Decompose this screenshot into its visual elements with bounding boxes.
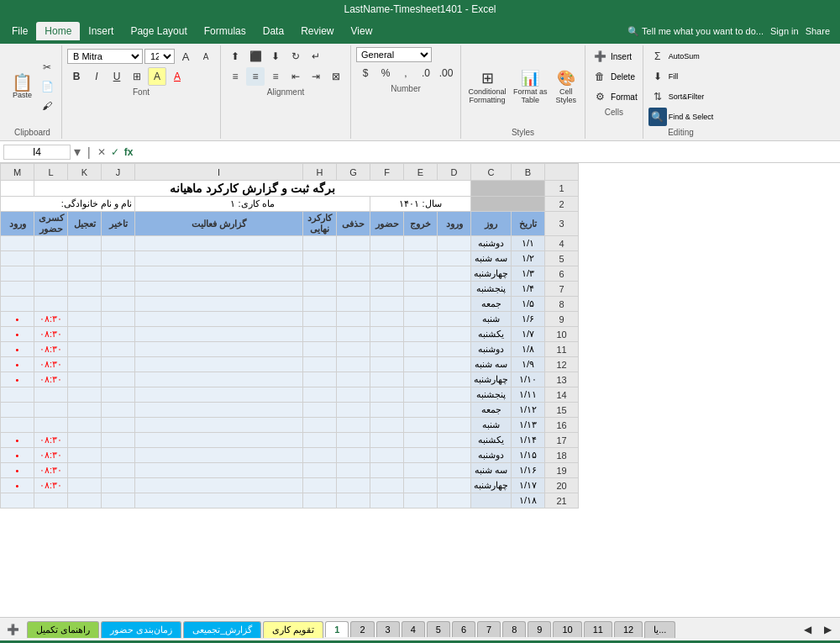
- cell[interactable]: [68, 251, 102, 266]
- formula-input[interactable]: [139, 146, 837, 158]
- percent-btn[interactable]: %: [376, 64, 395, 82]
- cell[interactable]: [135, 297, 303, 312]
- cell[interactable]: [438, 251, 471, 266]
- fill-btn[interactable]: ⬇: [648, 67, 667, 86]
- increase-indent-btn[interactable]: ⇥: [307, 67, 325, 86]
- cell-day-1-18[interactable]: [471, 493, 512, 509]
- cell-day-1-12[interactable]: جمعه: [471, 403, 512, 418]
- cell[interactable]: [337, 312, 370, 327]
- cell[interactable]: [337, 266, 370, 282]
- cell-shortage-1-14[interactable]: ۰۸:۳۰: [34, 433, 68, 448]
- sheet-tab-12[interactable]: 12: [614, 621, 643, 637]
- cell[interactable]: [370, 433, 404, 448]
- cell[interactable]: [68, 478, 102, 493]
- cell[interactable]: [404, 251, 438, 266]
- cell-shortage-1-15[interactable]: ۰۸:۳۰: [34, 448, 68, 463]
- cell[interactable]: [337, 282, 370, 297]
- cell[interactable]: [303, 266, 337, 282]
- cell[interactable]: [68, 448, 102, 463]
- cell-day-1-17[interactable]: چهارشنبه: [471, 478, 512, 493]
- sort-filter-btn[interactable]: ⇅: [648, 87, 667, 106]
- cell-date-1-12[interactable]: ۱/۱۲: [512, 403, 545, 418]
- cell[interactable]: [370, 236, 404, 251]
- sheet-tab-summary[interactable]: گزارش_تجمیعی: [183, 621, 261, 638]
- cell[interactable]: [102, 327, 135, 342]
- decrease-decimal-btn[interactable]: .0: [417, 64, 435, 82]
- cell[interactable]: [68, 342, 102, 357]
- cell[interactable]: [34, 493, 68, 509]
- cell-l-1-14[interactable]: •: [1, 433, 34, 448]
- font-color-button[interactable]: A: [168, 67, 186, 86]
- cell-l-1-17[interactable]: •: [1, 478, 34, 493]
- insert-btn[interactable]: ➕: [591, 47, 609, 66]
- cell-l-1-15[interactable]: •: [1, 448, 34, 463]
- cell[interactable]: [438, 342, 471, 357]
- cell[interactable]: [370, 312, 404, 327]
- cell-shortage-1-9[interactable]: ۰۸:۳۰: [34, 357, 68, 372]
- cell[interactable]: [337, 463, 370, 478]
- cell-l-1-9[interactable]: •: [1, 357, 34, 372]
- cell[interactable]: [438, 266, 471, 282]
- tell-me-box[interactable]: 🔍 Tell me what you want to do...: [627, 26, 764, 37]
- cell-day-1-5[interactable]: جمعه: [471, 297, 512, 312]
- cell-b2[interactable]: [471, 197, 545, 212]
- cell-title[interactable]: برگه ثبت و گزارش کارکرد ماهیانه: [34, 181, 471, 197]
- sign-in-btn[interactable]: Sign in: [770, 26, 799, 36]
- cell-date-1-1[interactable]: ۱/۱: [512, 236, 545, 251]
- cell-day-1-6[interactable]: شنبه: [471, 312, 512, 327]
- cell[interactable]: [135, 251, 303, 266]
- sheet-tab-6[interactable]: 6: [452, 621, 475, 637]
- cell[interactable]: [68, 418, 102, 433]
- number-format-select[interactable]: General: [356, 47, 432, 62]
- cell-day-1-11[interactable]: پنجشنبه: [471, 387, 512, 403]
- cell[interactable]: [370, 251, 404, 266]
- cell[interactable]: [404, 236, 438, 251]
- cell-day-1-3[interactable]: چهارشنبه: [471, 266, 512, 282]
- cell[interactable]: [404, 493, 438, 509]
- align-top-btn[interactable]: ⬆: [226, 47, 244, 66]
- cell[interactable]: [337, 403, 370, 418]
- cell[interactable]: [404, 357, 438, 372]
- cell[interactable]: [438, 297, 471, 312]
- cell[interactable]: [68, 297, 102, 312]
- cell-reference-input[interactable]: [3, 145, 71, 160]
- cell[interactable]: [370, 372, 404, 387]
- cell-l-1-6[interactable]: •: [1, 312, 34, 327]
- cell-date-1-6[interactable]: ۱/۶: [512, 312, 545, 327]
- cell[interactable]: [438, 403, 471, 418]
- cell[interactable]: [102, 433, 135, 448]
- sheet-tab-extra[interactable]: یا...: [644, 621, 675, 638]
- format-as-table-button[interactable]: 📊 Format asTable: [510, 67, 551, 106]
- cell-date-1-2[interactable]: ۱/۲: [512, 251, 545, 266]
- sheet-tab-8[interactable]: 8: [502, 621, 526, 637]
- cell[interactable]: [370, 387, 404, 403]
- cell[interactable]: [1, 493, 34, 509]
- cell-date-1-11[interactable]: ۱/۱۱: [512, 387, 545, 403]
- cell[interactable]: [68, 327, 102, 342]
- cell[interactable]: [438, 418, 471, 433]
- tab-insert[interactable]: Insert: [80, 22, 122, 40]
- cell[interactable]: [303, 342, 337, 357]
- fill-color-button[interactable]: A: [148, 67, 166, 86]
- cell-day-1-2[interactable]: سه شنبه: [471, 251, 512, 266]
- sheet-scroll-left-btn[interactable]: ◀: [798, 620, 816, 639]
- cell[interactable]: [303, 372, 337, 387]
- cell[interactable]: [1, 266, 34, 282]
- cell[interactable]: [102, 403, 135, 418]
- cell[interactable]: [404, 433, 438, 448]
- cell-shortage-1-8[interactable]: ۰۸:۳۰: [34, 342, 68, 357]
- cell-date-1-7[interactable]: ۱/۷: [512, 327, 545, 342]
- cell[interactable]: [68, 403, 102, 418]
- cell[interactable]: [303, 463, 337, 478]
- cell[interactable]: [135, 387, 303, 403]
- cell[interactable]: [370, 342, 404, 357]
- increase-font-btn[interactable]: A: [176, 47, 195, 66]
- cell[interactable]: [337, 297, 370, 312]
- font-select[interactable]: B Mitra: [67, 49, 143, 64]
- sheet-tab-7[interactable]: 7: [477, 621, 501, 637]
- cell[interactable]: [135, 403, 303, 418]
- cell[interactable]: [337, 342, 370, 357]
- cell[interactable]: [68, 357, 102, 372]
- cell[interactable]: [370, 297, 404, 312]
- cell[interactable]: [68, 312, 102, 327]
